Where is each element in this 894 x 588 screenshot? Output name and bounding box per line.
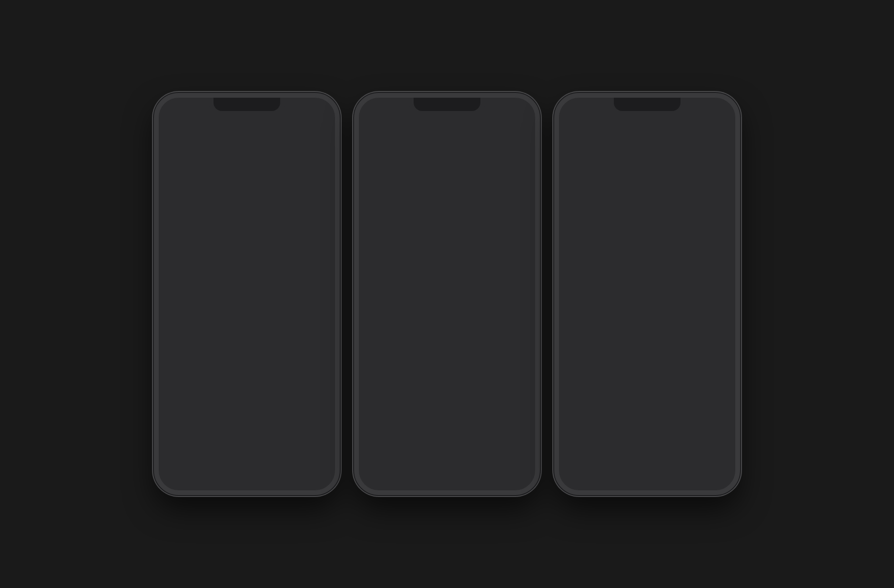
dock-messages-3[interactable]: 💬 <box>580 450 607 477</box>
phone-dock-icon-2[interactable]: 📞 <box>487 450 514 477</box>
app-settings-1[interactable]: ⚙ Settings <box>208 272 245 308</box>
youtube-icon-3[interactable] <box>695 122 723 151</box>
dock-phone-3[interactable]: 📞 <box>687 450 714 477</box>
app-slack-1[interactable]: Slack <box>249 226 286 262</box>
app-translate-1[interactable]: A文 Translate <box>166 272 204 308</box>
home-icon[interactable]: 🏠 <box>212 318 241 346</box>
app-photos-1[interactable]: Photos <box>166 318 204 362</box>
app-calendar-1[interactable]: MON 22 Calendar <box>208 374 245 410</box>
home-icon-2[interactable]: 🏠 <box>495 272 523 301</box>
clock-icon-1[interactable] <box>171 374 199 403</box>
calendar-icon-3[interactable]: MON 22 <box>695 395 723 424</box>
dock-mail-3[interactable]: ✉ <box>616 450 643 477</box>
app-slack-3[interactable]: Slack <box>567 349 604 385</box>
app-reminders-2[interactable]: Reminders <box>490 318 528 354</box>
app-home-2[interactable]: 🏠 Home <box>490 272 528 308</box>
maps-icon-3[interactable]: 📍 <box>653 122 682 151</box>
app-youtube-3[interactable]: YouTube <box>691 122 728 158</box>
music-widget-2[interactable]: The New Abnormal The Strokes ♪ <box>366 122 528 201</box>
safari-dock-icon[interactable]: 🧭 <box>251 450 278 477</box>
settings-icon-3[interactable]: ⚙ <box>695 163 723 192</box>
dock-phone-1[interactable]: 📞 <box>287 450 314 477</box>
app-home-3[interactable]: 🏠 Home <box>691 349 728 385</box>
app-slack-2[interactable]: Slack <box>366 272 404 308</box>
mail-dock-icon-3[interactable]: ✉ <box>616 450 643 477</box>
phone-dock-icon[interactable]: 📞 <box>287 450 314 477</box>
dock-mail-2[interactable]: ✉ <box>416 450 443 477</box>
app-maps-1[interactable]: 📍 Maps <box>166 226 204 262</box>
app-maps-2[interactable]: 📍 Maps <box>366 226 404 262</box>
app-home-1[interactable]: 🏠 Home <box>208 318 245 362</box>
photos-icon[interactable] <box>171 318 199 346</box>
app-clock-2[interactable]: Clock <box>449 363 487 399</box>
settings-icon-2[interactable]: ⚙ <box>495 226 523 255</box>
reminders-icon[interactable] <box>295 272 323 301</box>
app-clock-3[interactable]: Clock <box>649 395 687 431</box>
calendar-icon-2[interactable]: MON 22 <box>495 363 523 392</box>
dock-phone-2[interactable]: 📞 <box>487 450 514 477</box>
app-notes-3[interactable]: Notes <box>567 395 604 431</box>
app-youtube-2[interactable]: YouTube <box>408 226 446 262</box>
safari-dock-icon-2[interactable]: 🧭 <box>451 450 478 477</box>
app-translate-2[interactable]: A文 Translate <box>449 226 487 262</box>
slack-icon[interactable] <box>253 226 282 255</box>
app-photos-3[interactable]: Photos <box>649 349 687 385</box>
clock-icon-2[interactable] <box>453 363 482 392</box>
app-translate-3[interactable]: A文 Translate <box>649 163 686 199</box>
calendar-icon-1[interactable]: MON 22 <box>212 374 241 403</box>
camera-icon-3[interactable]: 📷 <box>612 349 641 378</box>
dock-mail-1[interactable]: ✉ <box>216 450 243 477</box>
app-clock-1[interactable]: Clock <box>166 374 204 410</box>
home-icon-3[interactable]: 🏠 <box>695 349 723 378</box>
camera-icon-2[interactable]: 📷 <box>412 272 441 301</box>
mail-dock-icon[interactable]: ✉ <box>216 450 243 477</box>
translate-icon-2[interactable]: A文 <box>453 226 482 255</box>
app-calendar-3[interactable]: MON 22 Calendar <box>691 395 728 431</box>
settings-icon[interactable]: ⚙ <box>212 272 241 301</box>
youtube-icon-2[interactable] <box>412 226 441 255</box>
dock-safari-3[interactable]: 🧭 <box>651 450 678 477</box>
calendar-widget-3[interactable]: WWDC No more events today JUNE S M T W <box>567 214 728 271</box>
youtube-icon[interactable] <box>212 226 241 255</box>
safari-dock-icon-3[interactable]: 🧭 <box>651 450 678 477</box>
photos-icon-3[interactable] <box>653 349 682 378</box>
music-widget-phone1[interactable]: The New Abnormal The Strokes ♪ <box>249 318 327 362</box>
translate-icon-3[interactable]: A文 <box>653 163 682 192</box>
app-reminders-3[interactable]: Reminders <box>608 395 646 431</box>
notes-icon-2[interactable] <box>453 318 482 346</box>
app-reminders-1[interactable]: Reminders <box>290 272 328 308</box>
photos-icon-2[interactable] <box>453 272 482 301</box>
dock-messages-1[interactable]: 💬 <box>180 450 207 477</box>
notes-icon-3[interactable] <box>571 395 599 424</box>
camera-icon[interactable]: 📷 <box>295 226 323 255</box>
app-maps-3[interactable]: 📍 Maps <box>649 122 686 158</box>
translate-icon[interactable]: A文 <box>171 272 199 301</box>
reminders-icon-3[interactable] <box>612 395 641 424</box>
notes-icon[interactable] <box>253 272 282 301</box>
maps-icon-2[interactable]: 📍 <box>371 226 399 255</box>
dock-messages-2[interactable]: 💬 <box>380 450 407 477</box>
dock-safari-2[interactable]: 🧭 <box>451 450 478 477</box>
app-camera-1[interactable]: 📷 Camera <box>290 226 328 262</box>
phone-dock-icon-3[interactable]: 📞 <box>687 450 714 477</box>
messages-dock-icon-2[interactable]: 💬 <box>380 450 407 477</box>
mail-dock-icon-2[interactable]: ✉ <box>416 450 443 477</box>
app-camera-2[interactable]: 📷 Camera <box>408 272 446 308</box>
reminders-icon-2[interactable] <box>495 318 523 346</box>
weather-widget[interactable]: 80° ☁ Expect rain in the next hour Inten… <box>166 122 327 192</box>
app-youtube-1[interactable]: YouTube <box>208 226 245 262</box>
clock-icon-3[interactable] <box>653 395 682 424</box>
dock-safari-1[interactable]: 🧭 <box>251 450 278 477</box>
app-photos-2[interactable]: Photos <box>449 272 487 308</box>
slack-icon-3[interactable] <box>571 349 599 378</box>
app-settings-3[interactable]: ⚙ Settings <box>691 163 728 199</box>
app-notes-1[interactable]: Notes <box>249 272 286 308</box>
podcast-widget-2[interactable]: 🎙 1H 47M LEFT Ali Abdaal <box>366 318 445 396</box>
messages-dock-icon[interactable]: 💬 <box>180 450 207 477</box>
maps-icon[interactable]: 📍 <box>171 226 199 255</box>
app-camera-3[interactable]: 📷 Camera <box>608 349 646 385</box>
slack-icon-2[interactable] <box>371 272 399 301</box>
app-settings-2[interactable]: ⚙ Settings <box>490 226 528 262</box>
messages-dock-icon-3[interactable]: 💬 <box>580 450 607 477</box>
batteries-widget-3[interactable]: 100% 85% <box>567 122 644 199</box>
